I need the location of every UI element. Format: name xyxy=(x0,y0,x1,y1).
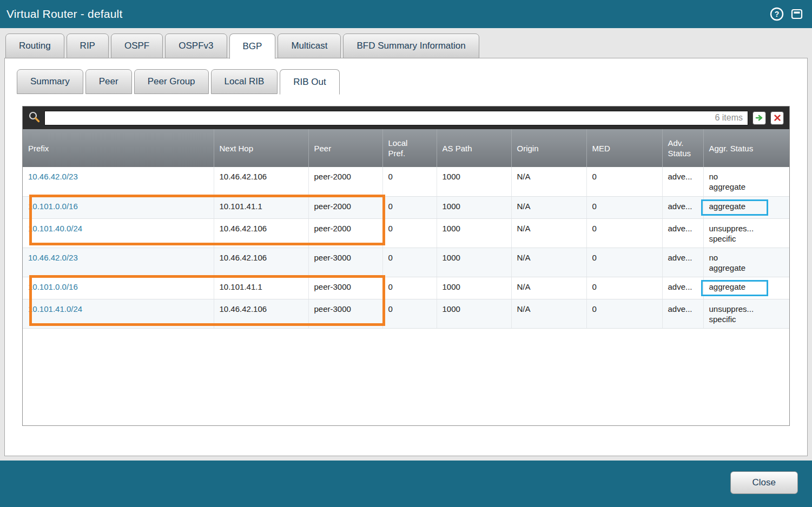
table-row[interactable]: 10.46.42.0/2310.46.42.106peer-200001000N… xyxy=(23,167,789,196)
filter-bar: 6 items xyxy=(23,106,789,129)
column-header-local-pref[interactable]: Local Pref. xyxy=(382,129,437,167)
adv-status-cell: adve... xyxy=(662,248,703,277)
window-icon[interactable] xyxy=(790,8,803,21)
origin-cell: N/A xyxy=(511,277,586,299)
aggr-status-cell: unsuppres... specific xyxy=(703,299,789,328)
adv-status-cell: adve... xyxy=(662,299,703,328)
as-path-cell: 1000 xyxy=(437,299,511,328)
subtab-local-rib[interactable]: Local RIB xyxy=(211,69,278,94)
adv-status-cell: adve... xyxy=(662,218,703,248)
subtab-peer[interactable]: Peer xyxy=(85,69,132,94)
prefix-cell: 10.101.41.0/24 xyxy=(23,299,214,328)
titlebar-icons: ? xyxy=(770,7,803,21)
as-path-cell: 1000 xyxy=(437,218,511,248)
med-cell: 0 xyxy=(586,196,662,218)
prefix-cell: 10.101.0.0/16 xyxy=(23,277,214,299)
peer-cell: peer-3000 xyxy=(308,277,382,299)
table-header-row: PrefixNext HopPeerLocal Pref.AS PathOrig… xyxy=(23,129,789,167)
column-header-origin[interactable]: Origin xyxy=(511,129,586,167)
peer-cell: peer-3000 xyxy=(308,299,382,328)
next-hop-cell: 10.46.42.106 xyxy=(214,248,308,277)
next-hop-cell: 10.101.41.1 xyxy=(214,196,308,218)
table-row[interactable]: 10.101.40.0/2410.46.42.106peer-200001000… xyxy=(23,218,789,248)
tab-rip[interactable]: RIP xyxy=(67,34,109,58)
prefix-cell: 10.101.0.0/16 xyxy=(23,196,214,218)
aggr-status-cell: unsuppres... specific xyxy=(703,218,789,248)
column-header-adv-status[interactable]: Adv. Status xyxy=(662,129,703,167)
main-tab-bar: RoutingRIPOSPFOSPFv3BGPMulticastBFD Summ… xyxy=(4,34,808,58)
prefix-cell: 10.46.42.0/23 xyxy=(23,167,214,196)
red-x-icon xyxy=(774,114,781,122)
peer-cell: peer-2000 xyxy=(308,196,382,218)
adv-status-cell: adve... xyxy=(662,196,703,218)
origin-cell: N/A xyxy=(511,248,586,277)
column-header-med[interactable]: MED xyxy=(586,129,662,167)
column-header-aggr-status[interactable]: Aggr. Status xyxy=(703,129,789,167)
rib-out-table: PrefixNext HopPeerLocal Pref.AS PathOrig… xyxy=(23,129,789,425)
tab-ospf[interactable]: OSPF xyxy=(111,34,163,58)
local-pref-cell: 0 xyxy=(382,299,437,328)
as-path-cell: 1000 xyxy=(437,248,511,277)
tab-multicast[interactable]: Multicast xyxy=(278,34,341,58)
column-header-next-hop[interactable]: Next Hop xyxy=(214,129,308,167)
med-cell: 0 xyxy=(586,248,662,277)
origin-cell: N/A xyxy=(511,218,586,248)
clear-filter-button[interactable] xyxy=(770,111,784,125)
table-row[interactable]: 10.101.41.0/2410.46.42.106peer-300001000… xyxy=(23,299,789,328)
table-row[interactable]: 10.101.0.0/1610.101.41.1peer-300001000N/… xyxy=(23,277,789,299)
apply-filter-button[interactable] xyxy=(752,111,766,125)
footer-bar: Close xyxy=(0,461,812,507)
as-path-cell: 1000 xyxy=(437,196,511,218)
next-hop-cell: 10.101.41.1 xyxy=(214,277,308,299)
local-pref-cell: 0 xyxy=(382,277,437,299)
sub-tab-bar: SummaryPeerPeer GroupLocal RIBRIB Out xyxy=(17,69,807,94)
next-hop-cell: 10.46.42.106 xyxy=(214,167,308,196)
column-header-as-path[interactable]: AS Path xyxy=(437,129,511,167)
rib-out-panel: 6 items xyxy=(22,106,790,426)
next-hop-cell: 10.46.42.106 xyxy=(214,218,308,248)
origin-cell: N/A xyxy=(511,167,586,196)
tab-bgp[interactable]: BGP xyxy=(229,34,276,59)
local-pref-cell: 0 xyxy=(382,196,437,218)
dialog-title: Virtual Router - default xyxy=(6,8,123,21)
next-hop-cell: 10.46.42.106 xyxy=(214,299,308,328)
filter-field: 6 items xyxy=(44,111,748,125)
green-arrow-icon xyxy=(755,114,764,122)
subtab-peer-group[interactable]: Peer Group xyxy=(134,69,209,94)
bgp-tab-panel: SummaryPeerPeer GroupLocal RIBRIB Out 6 … xyxy=(4,58,808,456)
aggr-status-cell: no aggregate xyxy=(703,167,789,196)
help-icon[interactable]: ? xyxy=(770,7,784,21)
table-row[interactable]: 10.101.0.0/1610.101.41.1peer-200001000N/… xyxy=(23,196,789,218)
column-header-prefix[interactable]: Prefix xyxy=(23,129,214,167)
origin-cell: N/A xyxy=(511,196,586,218)
med-cell: 0 xyxy=(586,218,662,248)
adv-status-cell: adve... xyxy=(662,277,703,299)
subtab-rib-out[interactable]: RIB Out xyxy=(280,69,339,95)
origin-cell: N/A xyxy=(511,299,586,328)
local-pref-cell: 0 xyxy=(382,218,437,248)
subtab-summary[interactable]: Summary xyxy=(17,69,83,94)
local-pref-cell: 0 xyxy=(382,167,437,196)
dialog-body: RoutingRIPOSPFOSPFv3BGPMulticastBFD Summ… xyxy=(0,28,812,461)
adv-status-cell: adve... xyxy=(662,167,703,196)
prefix-cell: 10.101.40.0/24 xyxy=(23,218,214,248)
peer-cell: peer-2000 xyxy=(308,167,382,196)
med-cell: 0 xyxy=(586,277,662,299)
tab-ospfv3[interactable]: OSPFv3 xyxy=(165,34,227,58)
column-header-peer[interactable]: Peer xyxy=(308,129,382,167)
close-button[interactable]: Close xyxy=(730,471,798,494)
table-row[interactable]: 10.46.42.0/2310.46.42.106peer-300001000N… xyxy=(23,248,789,277)
as-path-cell: 1000 xyxy=(437,277,511,299)
aggr-status-cell: no aggregate xyxy=(703,248,789,277)
as-path-cell: 1000 xyxy=(437,167,511,196)
tab-bfd-summary-information[interactable]: BFD Summary Information xyxy=(343,34,479,58)
aggr-status-cell: aggregate xyxy=(703,196,789,218)
filter-input[interactable] xyxy=(45,111,748,125)
local-pref-cell: 0 xyxy=(382,248,437,277)
tab-routing[interactable]: Routing xyxy=(5,34,64,58)
aggr-status-cell: aggregate xyxy=(703,277,789,299)
peer-cell: peer-3000 xyxy=(308,248,382,277)
titlebar: Virtual Router - default ? xyxy=(0,0,812,28)
med-cell: 0 xyxy=(586,299,662,328)
svg-text:?: ? xyxy=(775,10,780,18)
